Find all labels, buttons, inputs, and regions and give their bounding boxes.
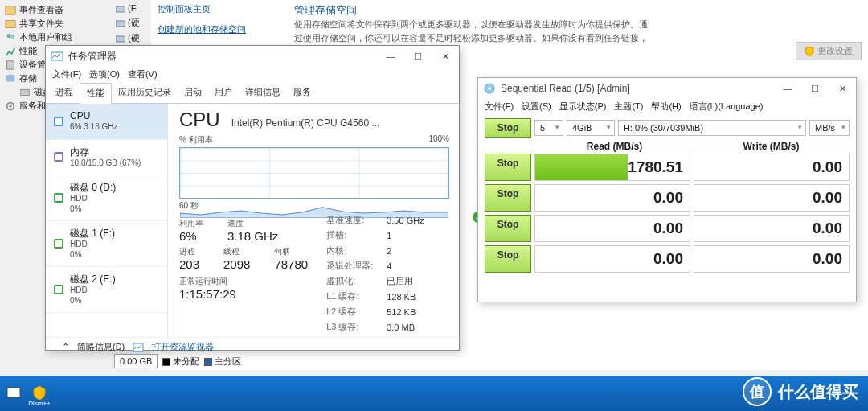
tab-users[interactable]: 用户 — [208, 83, 239, 103]
read-cell: 1780.51 — [534, 154, 690, 181]
row-stop-button[interactable]: Stop — [485, 215, 531, 242]
badge-icon: 值 — [743, 377, 772, 406]
tab-services[interactable]: 服务 — [287, 83, 317, 103]
row-stop-button[interactable]: Stop — [485, 245, 531, 273]
close-button[interactable]: ✕ — [432, 46, 459, 67]
tab-details[interactable]: 详细信息 — [239, 83, 287, 103]
perf-item--0-d-[interactable]: 磁盘 0 (D:) HDD 0% — [46, 175, 167, 221]
perf-item--2-e-[interactable]: 磁盘 2 (E:) HDD 0% — [46, 267, 167, 313]
svg-point-18 — [488, 87, 491, 90]
taskmgr-icon — [51, 50, 63, 63]
stat-label: 利用率 — [179, 218, 203, 229]
cdm-row: Stop 0.00 0.00 — [485, 184, 850, 212]
device-icon — [5, 60, 16, 71]
cpanel-home[interactable]: 控制面板主页 — [158, 3, 246, 15]
taskbar-item[interactable] — [5, 385, 23, 408]
perf-dot-icon — [54, 285, 63, 294]
perf-item--1-f-[interactable]: 磁盘 1 (F:) HDD 0% — [46, 221, 167, 267]
maximize-button[interactable]: ☐ — [801, 78, 829, 99]
svg-rect-10 — [116, 6, 125, 12]
taskbar-item[interactable]: Dism++ — [31, 385, 48, 408]
menu-status[interactable]: 显示状态(P) — [559, 101, 607, 113]
perf-dot-icon — [54, 117, 63, 126]
page-title: 管理存储空间 — [294, 3, 648, 18]
perf-dot-icon — [54, 193, 63, 203]
tab-processes[interactable]: 进程 — [49, 83, 80, 103]
brief-info-link[interactable]: 简略信息(D) — [77, 341, 125, 353]
perf-dot-icon — [54, 152, 63, 162]
tab-app-history[interactable]: 应用历史记录 — [112, 83, 178, 103]
cpu-spec-table: 基准速度:3.50 GHz 插槽:1 内核:2 逻辑处理器:4 虚拟化:已启用 … — [324, 212, 427, 335]
legend-unallocated: 未分配 — [173, 356, 199, 366]
drive-item[interactable]: (硬 — [113, 31, 148, 46]
menu-help[interactable]: 帮助(H) — [651, 101, 681, 113]
svg-rect-11 — [116, 21, 125, 27]
drive-item[interactable]: (硬 — [113, 15, 148, 31]
perf-sub2: 0% — [70, 296, 116, 306]
close-button[interactable]: ✕ — [829, 78, 856, 99]
drive-item[interactable]: (F — [113, 2, 148, 15]
select-drive[interactable]: H: 0% (30/7039MiB) — [618, 120, 806, 136]
create-pool-link[interactable]: 创建新的池和存储空间 — [158, 23, 246, 35]
tree-item[interactable]: 共享文件夹 — [5, 17, 108, 31]
taskbar[interactable]: Dism++ 值 什么值得买 — [0, 376, 868, 411]
crystaldiskmark-window: Sequential Read (1/5) [Admin] ― ☐ ✕ 文件(F… — [477, 77, 857, 302]
menu-theme[interactable]: 主题(T) — [614, 101, 643, 113]
perf-item--[interactable]: 内存 10.0/15.0 GB (67%) — [46, 140, 167, 176]
stat-label: 线程 — [223, 246, 250, 257]
svg-rect-6 — [6, 76, 15, 81]
all-stop-button[interactable]: Stop — [485, 118, 531, 138]
select-unit[interactable]: MB/s — [809, 120, 850, 136]
svg-rect-1 — [6, 20, 15, 27]
cpu-panel: CPU Intel(R) Pentium(R) CPU G4560 ... % … — [168, 104, 459, 337]
maximize-button[interactable]: ☐ — [404, 46, 432, 67]
menu-view[interactable]: 查看(V) — [128, 68, 158, 80]
perf-sub2: 0% — [70, 204, 116, 215]
storage-icon — [5, 73, 16, 84]
titlebar[interactable]: 任务管理器 ― ☐ ✕ — [46, 46, 459, 67]
drive-icon — [116, 34, 125, 43]
hdr-read: Read (MB/s) — [536, 141, 693, 152]
drive-label: (F — [128, 3, 136, 13]
select-size[interactable]: 4GiB — [567, 120, 615, 136]
menu-language[interactable]: 语言(L)(Language) — [690, 101, 764, 113]
perf-sub2: 0% — [70, 250, 115, 261]
minimize-button[interactable]: ― — [774, 78, 801, 99]
perf-item-cpu[interactable]: CPU 6% 3.18 GHz — [46, 104, 167, 140]
tree-item[interactable]: 事件查看器 — [5, 3, 108, 17]
read-cell: 0.00 — [534, 184, 690, 212]
event-icon — [5, 5, 16, 16]
svg-point-9 — [9, 105, 12, 108]
menu-file[interactable]: 文件(F) — [485, 101, 514, 113]
open-resmon-link[interactable]: 打开资源监视器 — [152, 341, 214, 353]
tab-performance[interactable]: 性能 — [80, 83, 112, 104]
hdr-write: Write (MB/s) — [693, 141, 850, 152]
button-label: 更改设置 — [817, 45, 853, 57]
uptime-value: 1:15:57:29 — [179, 287, 308, 301]
stat-label: 速度 — [227, 218, 278, 229]
drive-icon — [116, 18, 125, 28]
change-settings-button[interactable]: 更改设置 — [796, 42, 862, 60]
row-stop-button[interactable]: Stop — [485, 184, 531, 212]
perf-sub: HDD — [70, 240, 115, 250]
stat-util: 6% — [179, 229, 203, 243]
minimize-button[interactable]: ― — [377, 46, 404, 67]
uptime-label: 正常运行时间 — [179, 276, 308, 287]
perf-sub: 6% 3.18 GHz — [70, 122, 117, 133]
titlebar[interactable]: Sequential Read (1/5) [Admin] ― ☐ ✕ — [478, 78, 856, 99]
menu-options[interactable]: 选项(O) — [89, 68, 120, 80]
row-stop-button[interactable]: Stop — [485, 154, 531, 181]
tab-startup[interactable]: 启动 — [178, 83, 208, 103]
chevron-up-icon: ⌃ — [62, 342, 69, 352]
select-count[interactable]: 5 — [534, 120, 563, 136]
svg-rect-7 — [21, 89, 30, 95]
menu-file[interactable]: 文件(F) — [52, 68, 81, 80]
tree-item[interactable]: 本地用户和组 — [5, 31, 108, 44]
svg-rect-0 — [6, 6, 15, 14]
resmon-icon — [133, 342, 144, 353]
read-cell: 0.00 — [534, 215, 690, 242]
perf-icon — [5, 46, 16, 57]
menu-settings[interactable]: 设置(S) — [522, 101, 551, 113]
svg-rect-12 — [116, 36, 125, 42]
chart-ymax: 100% — [428, 134, 449, 146]
